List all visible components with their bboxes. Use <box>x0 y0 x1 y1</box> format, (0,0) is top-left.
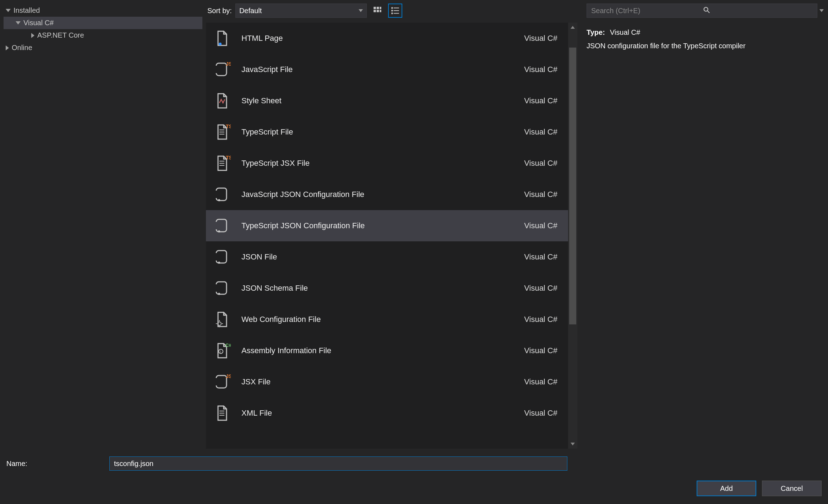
template-language: Visual C# <box>524 284 557 293</box>
scroll-up-button[interactable] <box>568 23 577 32</box>
svg-point-25 <box>218 293 220 295</box>
template-row[interactable]: TS TypeScript JSX File Visual C# <box>206 148 568 179</box>
svg-rect-0 <box>374 7 376 9</box>
css-file-icon <box>213 92 231 110</box>
tree-item-installed[interactable]: Installed <box>4 4 202 17</box>
tree-item-visual-csharp[interactable]: Visual C# <box>4 17 202 29</box>
template-row[interactable]: HTML Page Visual C# <box>206 23 568 54</box>
template-language: Visual C# <box>524 127 557 137</box>
info-description: JSON configuration file for the TypeScri… <box>587 40 824 51</box>
template-name: Assembly Information File <box>241 346 524 355</box>
svg-rect-4 <box>377 10 379 12</box>
template-name: XML File <box>241 409 524 418</box>
json-file-icon <box>213 185 231 204</box>
search-input[interactable]: Search (Ctrl+E) <box>587 4 817 18</box>
view-medium-icons-button[interactable] <box>370 4 385 18</box>
template-row[interactable]: JS JSX File Visual C# <box>206 366 568 398</box>
webconfig-file-icon <box>213 310 231 329</box>
template-name: TypeScript File <box>241 127 524 137</box>
svg-line-35 <box>708 11 710 13</box>
svg-point-23 <box>218 230 220 232</box>
template-name: JSON Schema File <box>241 284 524 293</box>
template-language: Visual C# <box>524 65 557 74</box>
svg-point-12 <box>219 43 222 45</box>
category-tree: Installed Visual C# ASP.NET Core Online <box>0 0 206 449</box>
tree-item-aspnet-core[interactable]: ASP.NET Core <box>4 29 202 42</box>
svg-text:C#: C# <box>225 343 231 348</box>
sort-toolbar: Sort by: Default <box>206 0 577 23</box>
template-name: Style Sheet <box>241 96 524 105</box>
template-row[interactable]: TypeScript JSON Configuration File Visua… <box>206 210 568 241</box>
template-name: TypeScript JSON Configuration File <box>241 221 524 230</box>
list-icon <box>391 6 400 15</box>
svg-text:TS: TS <box>226 155 231 160</box>
template-row[interactable]: JSON Schema File Visual C# <box>206 273 568 304</box>
svg-rect-8 <box>391 10 393 11</box>
search-icon <box>703 6 814 16</box>
sort-by-dropdown[interactable]: Default <box>235 4 367 18</box>
scrollbar[interactable] <box>568 23 577 449</box>
template-row[interactable]: JavaScript JSON Configuration File Visua… <box>206 179 568 210</box>
tree-label: ASP.NET Core <box>37 31 84 39</box>
template-row[interactable]: JS JavaScript File Visual C# <box>206 54 568 85</box>
sort-by-label: Sort by: <box>207 7 232 15</box>
template-language: Visual C# <box>524 96 557 105</box>
svg-text:i: i <box>220 350 221 354</box>
template-language: Visual C# <box>524 377 557 387</box>
tree-label: Visual C# <box>23 19 54 27</box>
template-language: Visual C# <box>524 34 557 43</box>
template-row[interactable]: Web Configuration File Visual C# <box>206 304 568 335</box>
svg-point-24 <box>218 262 220 264</box>
template-row[interactable]: Style Sheet Visual C# <box>206 85 568 116</box>
tree-item-online[interactable]: Online <box>4 42 202 54</box>
name-input[interactable] <box>109 456 567 471</box>
svg-rect-10 <box>391 12 393 14</box>
caret-collapsed-icon <box>6 45 9 50</box>
svg-rect-6 <box>391 7 393 9</box>
info-type-value: Visual C# <box>610 27 640 38</box>
xml-file-icon <box>213 404 231 422</box>
search-options-dropdown[interactable] <box>819 9 824 12</box>
asm-file-icon: iC# <box>213 341 231 360</box>
template-list: HTML Page Visual C# JS JavaScript File V… <box>206 23 568 449</box>
json-file-icon <box>213 217 231 235</box>
template-name: TypeScript JSX File <box>241 159 524 168</box>
svg-text:JS: JS <box>226 373 231 379</box>
sort-by-value: Default <box>239 7 262 15</box>
template-name: JavaScript File <box>241 65 524 74</box>
info-type-label: Type: <box>587 27 605 38</box>
template-name: JavaScript JSON Configuration File <box>241 190 524 199</box>
chevron-down-icon <box>359 9 363 12</box>
svg-text:JS: JS <box>226 61 231 67</box>
add-button[interactable]: Add <box>697 481 756 496</box>
template-language: Visual C# <box>524 409 557 418</box>
cancel-button[interactable]: Cancel <box>762 481 822 496</box>
svg-rect-9 <box>394 10 399 11</box>
template-row[interactable]: JSON File Visual C# <box>206 241 568 273</box>
svg-rect-3 <box>374 10 376 12</box>
json-file-icon <box>213 248 231 266</box>
template-language: Visual C# <box>524 315 557 324</box>
scroll-down-button[interactable] <box>568 439 577 449</box>
template-row[interactable]: TS TypeScript File Visual C# <box>206 116 568 148</box>
template-language: Visual C# <box>524 159 557 168</box>
scroll-thumb[interactable] <box>569 48 576 324</box>
search-placeholder: Search (Ctrl+E) <box>591 7 703 15</box>
svg-text:TS: TS <box>226 124 231 129</box>
template-name: HTML Page <box>241 34 524 43</box>
template-language: Visual C# <box>524 252 557 262</box>
svg-rect-5 <box>380 10 381 12</box>
name-label: Name: <box>6 460 109 468</box>
template-language: Visual C# <box>524 221 557 230</box>
ts-file-icon: TS <box>213 154 231 172</box>
svg-rect-2 <box>380 7 381 9</box>
tree-label: Online <box>12 44 32 52</box>
js-file-icon: JS <box>213 60 231 79</box>
html-file-icon <box>213 29 231 48</box>
template-row[interactable]: XML File Visual C# <box>206 398 568 429</box>
template-name: JSX File <box>241 377 524 387</box>
view-small-icons-button[interactable] <box>388 4 402 18</box>
template-row[interactable]: iC# Assembly Information File Visual C# <box>206 335 568 366</box>
caret-collapsed-icon <box>31 33 34 38</box>
grid-icon <box>373 6 382 15</box>
